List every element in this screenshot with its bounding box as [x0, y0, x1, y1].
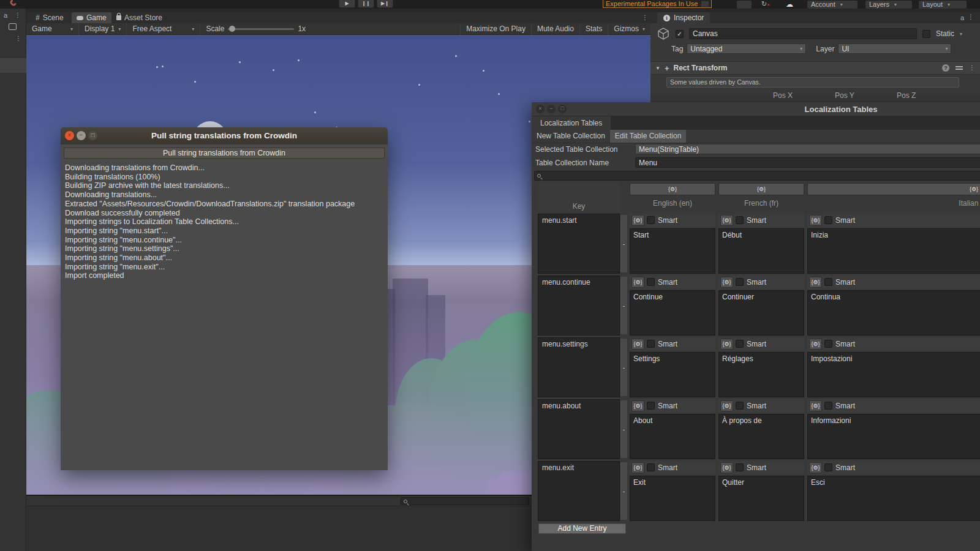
translation-field[interactable]: About	[630, 414, 715, 459]
translation-field[interactable]: À propos de	[718, 414, 804, 459]
smart-checkbox[interactable]	[824, 463, 832, 471]
metadata-button[interactable]: {⚙}	[809, 215, 822, 226]
key-cell[interactable]: menu.settings	[538, 337, 620, 397]
play-button[interactable]: ▶	[339, 0, 355, 8]
tag-dropdown[interactable]: Untagged▾	[687, 43, 806, 54]
collection-name-field[interactable]: Menu	[635, 157, 980, 168]
remove-entry-button[interactable]: -	[620, 339, 627, 396]
translation-field[interactable]: Settings	[630, 352, 715, 397]
translation-field[interactable]: Esci	[807, 476, 980, 521]
tab-inspector[interactable]: i Inspector	[657, 12, 710, 23]
smart-checkbox[interactable]	[824, 340, 832, 348]
snap-tool-icon[interactable]	[9, 0, 17, 7]
kebab-menu-icon[interactable]: ⋮	[15, 12, 21, 18]
selected-collection-field[interactable]: Menu(StringTable)	[635, 144, 980, 154]
metadata-button[interactable]: {⚙}	[720, 400, 733, 411]
dialog-titlebar[interactable]: × − □ Pull string translations from Crow…	[61, 127, 388, 144]
column-metadata-button[interactable]: {⚙}	[807, 183, 980, 195]
foldout-arrow-icon[interactable]: ▼	[655, 66, 660, 71]
presets-icon[interactable]	[956, 65, 963, 71]
tab-game[interactable]: Game	[72, 12, 111, 23]
translation-field[interactable]: Continua	[807, 290, 980, 335]
translation-field[interactable]: Informazioni	[807, 414, 980, 459]
step-button[interactable]: ▶❙	[377, 0, 393, 8]
translation-field[interactable]: Début	[718, 228, 804, 274]
maximize-icon[interactable]: □	[88, 131, 97, 140]
close-icon[interactable]: ×	[65, 131, 74, 140]
metadata-button[interactable]: {⚙}	[631, 339, 644, 350]
maximize-on-play-toggle[interactable]: Maximize On Play	[460, 23, 531, 35]
remove-entry-button[interactable]: -	[620, 215, 627, 272]
translation-field[interactable]: Exit	[630, 476, 715, 521]
translation-field[interactable]: Start	[630, 228, 715, 274]
layout-dropdown[interactable]: Layout▾	[919, 1, 967, 9]
smart-checkbox[interactable]	[736, 278, 744, 286]
minimize-icon[interactable]: −	[77, 131, 86, 140]
metadata-button[interactable]: {⚙}	[809, 400, 822, 411]
layer-dropdown[interactable]: UI▾	[838, 43, 951, 54]
metadata-button[interactable]: {⚙}	[631, 215, 644, 226]
remove-entry-button[interactable]: -	[620, 277, 627, 334]
account-dropdown[interactable]: Account▾	[807, 1, 858, 9]
remove-entry-button[interactable]: -	[620, 462, 627, 520]
smart-checkbox[interactable]	[647, 402, 655, 410]
metadata-button[interactable]: {⚙}	[720, 339, 733, 350]
tab-asset-store[interactable]: Asset Store	[111, 12, 167, 23]
smart-checkbox[interactable]	[824, 278, 832, 286]
key-column-header[interactable]: Key	[538, 183, 620, 212]
window-icon[interactable]	[9, 23, 17, 30]
layers-dropdown[interactable]: Layers▾	[865, 1, 912, 9]
undo-history-button[interactable]	[737, 1, 752, 9]
scale-slider[interactable]	[228, 28, 294, 30]
kebab-menu-icon[interactable]: ⋮	[968, 14, 974, 20]
smart-checkbox[interactable]	[736, 340, 744, 348]
translation-field[interactable]: Impostazioni	[807, 352, 980, 397]
kebab-menu-icon[interactable]: ⋮	[969, 65, 975, 71]
translation-field[interactable]: Réglages	[718, 352, 804, 397]
translation-field[interactable]: Quitter	[718, 476, 804, 521]
column-metadata-button[interactable]: {⚙}	[718, 183, 804, 195]
object-name-field[interactable]: Canvas	[689, 28, 917, 39]
gameobject-cube-icon[interactable]	[657, 27, 670, 40]
key-cell[interactable]: menu.exit	[538, 461, 620, 521]
new-table-collection-button[interactable]: New Table Collection	[532, 130, 610, 143]
remove-entry-button[interactable]: -	[620, 400, 627, 458]
minimize-icon[interactable]: −	[547, 105, 556, 113]
lock-icon[interactable]: a	[4, 12, 7, 19]
column-metadata-button[interactable]: {⚙}	[630, 183, 715, 195]
translation-field[interactable]: Continue	[630, 290, 715, 335]
rect-transform-header[interactable]: ▼ + Rect Transform ? ⋮	[650, 61, 980, 75]
kebab-menu-icon[interactable]: ⋮	[15, 36, 21, 42]
metadata-button[interactable]: {⚙}	[720, 277, 733, 288]
add-new-entry-button[interactable]: Add New Entry	[538, 523, 626, 534]
metadata-button[interactable]: {⚙}	[631, 277, 644, 288]
active-checkbox[interactable]: ✓	[676, 30, 684, 38]
translation-field[interactable]: Continuer	[718, 290, 804, 335]
smart-checkbox[interactable]	[647, 278, 655, 286]
static-checkbox[interactable]	[922, 30, 930, 38]
game-target-dropdown[interactable]: Game▾	[26, 23, 79, 35]
smart-checkbox[interactable]	[647, 340, 655, 348]
cloud-icon[interactable]: ☁	[786, 0, 793, 9]
key-cell[interactable]: menu.about	[538, 399, 620, 459]
maximize-icon[interactable]: □	[558, 105, 567, 113]
slider-knob[interactable]	[229, 26, 235, 32]
pause-button[interactable]: ❙❙	[358, 0, 374, 8]
kebab-menu-icon[interactable]: ⋮	[642, 15, 648, 21]
tab-scene[interactable]: # Scene	[31, 12, 69, 23]
column-header-label[interactable]: French (fr)	[718, 199, 804, 211]
chevron-down-icon[interactable]: ▾	[960, 31, 962, 37]
smart-checkbox[interactable]	[736, 463, 744, 471]
key-cell[interactable]: menu.continue	[538, 276, 620, 335]
experimental-packages-warning[interactable]: Experimental Packages In Use	[603, 0, 712, 8]
translation-field[interactable]: Inizia	[807, 228, 980, 274]
pull-translations-button[interactable]: Pull string translations from Crowdin	[64, 148, 385, 159]
smart-checkbox[interactable]	[647, 216, 655, 224]
window-titlebar[interactable]: × − □ Localization Tables	[532, 102, 980, 116]
collab-icon[interactable]: ↻×	[761, 0, 770, 8]
column-header-label[interactable]: English (en)	[630, 199, 715, 211]
display-dropdown[interactable]: Display 1▾	[79, 23, 127, 35]
metadata-button[interactable]: {⚙}	[720, 215, 733, 226]
metadata-button[interactable]: {⚙}	[631, 462, 644, 473]
metadata-button[interactable]: {⚙}	[809, 462, 822, 473]
